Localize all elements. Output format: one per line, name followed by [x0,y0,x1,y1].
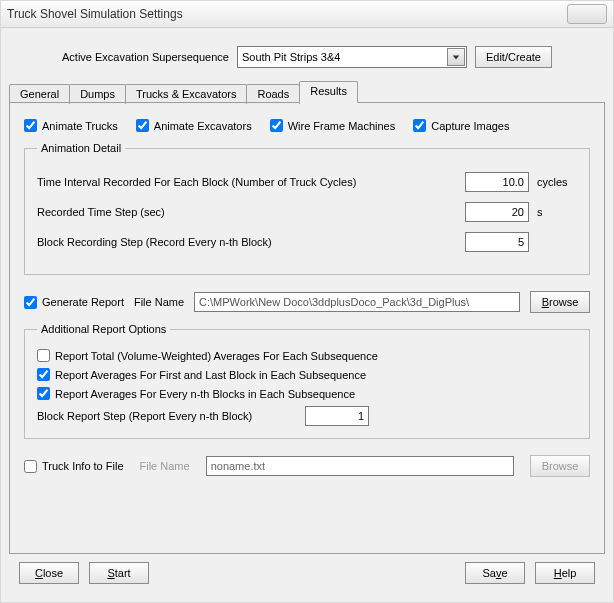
help-button[interactable]: Help [535,562,595,584]
label-block-report-step: Block Report Step (Report Every n-th Blo… [37,410,297,422]
window: Truck Shovel Simulation Settings Active … [0,0,614,603]
tab-dumps[interactable]: Dumps [69,84,126,104]
check-report-first-last-box[interactable] [37,368,50,381]
browse-truck-button: Browse [530,455,590,477]
check-generate-report[interactable]: Generate Report [24,296,124,309]
check-report-total-label: Report Total (Volume-Weighted) Averages … [55,350,378,362]
window-body: Active Excavation Supersequence South Pi… [1,28,613,602]
check-capture-images-label: Capture Images [431,120,509,132]
group-additional-report-legend: Additional Report Options [37,323,170,335]
check-wire-frame[interactable]: Wire Frame Machines [270,119,396,132]
input-report-path[interactable] [194,292,520,312]
check-report-first-last[interactable]: Report Averages For First and Last Block… [37,368,577,381]
check-truck-info-box[interactable] [24,460,37,473]
input-time-interval[interactable] [465,172,529,192]
row-recorded-step: Recorded Time Step (sec) s [37,202,577,222]
check-truck-info[interactable]: Truck Info to File [24,460,124,473]
supersequence-label: Active Excavation Supersequence [62,51,229,63]
check-animate-excavators-label: Animate Excavators [154,120,252,132]
svg-marker-2 [453,55,459,59]
label-truck-file-name: File Name [140,460,190,472]
row-block-recording: Block Recording Step (Record Every n-th … [37,232,577,252]
check-capture-images-box[interactable] [413,119,426,132]
tab-page-results: Animate Trucks Animate Excavators Wire F… [9,103,605,554]
check-report-every-nth-label: Report Averages For Every n-th Blocks in… [55,388,355,400]
row-truck-info: Truck Info to File File Name Browse [24,455,590,477]
start-button[interactable]: Start [89,562,149,584]
check-animate-excavators-box[interactable] [136,119,149,132]
browse-report-button[interactable]: Browse [530,291,590,313]
close-button[interactable]: Close [19,562,79,584]
check-report-every-nth[interactable]: Report Averages For Every n-th Blocks in… [37,387,577,400]
unit-seconds: s [537,206,577,218]
supersequence-row: Active Excavation Supersequence South Pi… [9,36,605,82]
group-additional-report: Additional Report Options Report Total (… [24,323,590,439]
group-animation-detail: Animation Detail Time Interval Recorded … [24,142,590,275]
label-file-name: File Name [134,296,184,308]
check-report-first-last-label: Report Averages For First and Last Block… [55,369,366,381]
top-checks-row: Animate Trucks Animate Excavators Wire F… [24,119,590,132]
window-title: Truck Shovel Simulation Settings [7,7,183,21]
tab-roads[interactable]: Roads [246,84,300,104]
check-truck-info-label: Truck Info to File [42,460,124,472]
window-close-button[interactable] [567,4,607,24]
unit-cycles: cycles [537,176,577,188]
row-block-report-step: Block Report Step (Report Every n-th Blo… [37,406,577,426]
supersequence-select[interactable]: South Pit Strips 3&4 [237,46,467,68]
check-animate-trucks-label: Animate Trucks [42,120,118,132]
input-block-recording[interactable] [465,232,529,252]
save-button[interactable]: Save [465,562,525,584]
titlebar: Truck Shovel Simulation Settings [1,1,613,28]
chevron-down-icon [447,48,465,66]
check-animate-trucks-box[interactable] [24,119,37,132]
check-wire-frame-label: Wire Frame Machines [288,120,396,132]
tab-trucks-excavators[interactable]: Trucks & Excavators [125,84,247,104]
row-time-interval: Time Interval Recorded For Each Block (N… [37,172,577,192]
check-report-total-box[interactable] [37,349,50,362]
check-report-total[interactable]: Report Total (Volume-Weighted) Averages … [37,349,577,362]
input-block-report-step[interactable] [305,406,369,426]
check-generate-report-box[interactable] [24,296,37,309]
check-report-every-nth-box[interactable] [37,387,50,400]
label-recorded-step: Recorded Time Step (sec) [37,206,457,218]
row-generate-report: Generate Report File Name Browse [24,291,590,313]
tabstrip: General Dumps Trucks & Excavators Roads … [9,82,605,103]
supersequence-value: South Pit Strips 3&4 [242,51,340,63]
input-truck-file[interactable] [206,456,514,476]
label-time-interval: Time Interval Recorded For Each Block (N… [37,176,457,188]
label-block-recording: Block Recording Step (Record Every n-th … [37,236,457,248]
group-animation-detail-legend: Animation Detail [37,142,125,154]
footer: Close Start Save Help [9,554,605,594]
check-animate-excavators[interactable]: Animate Excavators [136,119,252,132]
check-animate-trucks[interactable]: Animate Trucks [24,119,118,132]
check-capture-images[interactable]: Capture Images [413,119,509,132]
check-generate-report-label: Generate Report [42,296,124,308]
tab-general[interactable]: General [9,84,70,104]
edit-create-button[interactable]: Edit/Create [475,46,552,68]
check-wire-frame-box[interactable] [270,119,283,132]
tab-results[interactable]: Results [299,81,358,103]
input-recorded-step[interactable] [465,202,529,222]
